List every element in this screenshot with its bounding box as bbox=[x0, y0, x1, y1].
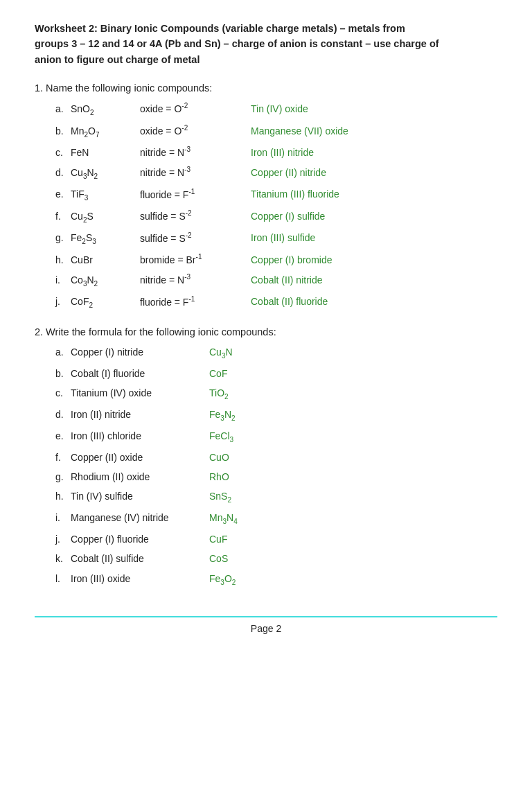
item-label: d. bbox=[55, 165, 71, 180]
table-row: d.Cu3N2nitride = N-3Copper (II) nitride bbox=[55, 164, 497, 182]
item-compound: Cobalt (I) fluoride bbox=[71, 366, 209, 381]
table-row: e.Iron (III) chlorideFeCl3 bbox=[55, 428, 497, 446]
item-label: h. bbox=[55, 489, 71, 504]
item-ion: nitride = N-3 bbox=[140, 164, 251, 180]
item-formula: TiF3 bbox=[71, 186, 140, 204]
item-name: Copper (I) sulfide bbox=[251, 209, 325, 224]
section2-list: a.Copper (I) nitrideCu3Nb.Cobalt (I) flu… bbox=[35, 344, 497, 588]
item-answer: CuO bbox=[209, 450, 229, 465]
item-compound: Cobalt (II) sulfide bbox=[71, 551, 209, 566]
table-row: j.Copper (I) fluorideCuF bbox=[55, 532, 497, 547]
item-label: j. bbox=[55, 294, 71, 309]
item-ion: sulfide = S-2 bbox=[140, 230, 251, 246]
item-label: i. bbox=[55, 272, 71, 288]
item-ion: oxide = O-2 bbox=[140, 100, 251, 116]
page-label: Page 2 bbox=[251, 623, 281, 634]
item-formula: CuBr bbox=[71, 252, 140, 267]
item-compound: Iron (III) chloride bbox=[71, 428, 209, 444]
table-row: g.Rhodium (II) oxideRhO bbox=[55, 469, 497, 484]
item-label: f. bbox=[55, 209, 71, 224]
table-row: d.Iron (II) nitrideFe3N2 bbox=[55, 407, 497, 424]
item-answer: TiO2 bbox=[209, 385, 229, 403]
item-compound: Iron (II) nitride bbox=[71, 407, 209, 422]
table-row: c.Titanium (IV) oxideTiO2 bbox=[55, 385, 497, 403]
item-formula: Co3N2 bbox=[71, 272, 140, 290]
item-label: e. bbox=[55, 428, 71, 444]
item-answer: SnS2 bbox=[209, 489, 231, 506]
item-answer: CoF bbox=[209, 366, 227, 381]
item-label: a. bbox=[55, 344, 71, 360]
item-name: Cobalt (II) fluoride bbox=[251, 294, 328, 309]
item-label: b. bbox=[55, 366, 71, 381]
item-name: Manganese (VII) oxide bbox=[251, 123, 348, 139]
item-compound: Copper (I) nitride bbox=[71, 344, 209, 360]
item-answer: Cu3N bbox=[209, 344, 233, 362]
item-label: d. bbox=[55, 407, 71, 422]
item-label: i. bbox=[55, 510, 71, 525]
item-ion: bromide = Br-1 bbox=[140, 252, 251, 267]
item-compound: Iron (III) oxide bbox=[71, 571, 209, 586]
item-label: l. bbox=[55, 571, 71, 586]
item-formula: Cu2S bbox=[71, 209, 140, 226]
item-label: g. bbox=[55, 230, 71, 245]
item-ion: sulfide = S-2 bbox=[140, 208, 251, 224]
table-row: f.Cu2Ssulfide = S-2Copper (I) sulfide bbox=[55, 208, 497, 225]
item-ion: oxide = O-2 bbox=[140, 123, 251, 139]
item-label: e. bbox=[55, 186, 71, 202]
page-footer: Page 2 bbox=[35, 616, 497, 634]
item-answer: Fe3O2 bbox=[209, 571, 236, 588]
section1-title: 1. Name the following ionic compounds: bbox=[35, 82, 497, 94]
item-formula: Cu3N2 bbox=[71, 165, 140, 182]
table-row: c.FeNnitride = N-3Iron (III) nitride bbox=[55, 144, 497, 160]
table-row: i.Manganese (IV) nitrideMn3N4 bbox=[55, 510, 497, 527]
item-formula: Mn2O7 bbox=[71, 123, 140, 141]
header-line1: Worksheet 2: Binary Ionic Compounds (var… bbox=[35, 23, 405, 34]
item-formula: CoF2 bbox=[71, 294, 140, 311]
item-formula: Fe2S3 bbox=[71, 230, 140, 247]
item-name: Iron (III) sulfide bbox=[251, 230, 315, 245]
header: Worksheet 2: Binary Ionic Compounds (var… bbox=[35, 21, 497, 67]
item-label: h. bbox=[55, 252, 71, 267]
item-name: Copper (II) nitride bbox=[251, 165, 326, 180]
table-row: b.Mn2O7oxide = O-2Manganese (VII) oxide bbox=[55, 123, 497, 140]
item-name: Tin (IV) oxide bbox=[251, 101, 308, 116]
item-label: c. bbox=[55, 385, 71, 401]
item-formula: FeN bbox=[71, 145, 140, 160]
item-compound: Rhodium (II) oxide bbox=[71, 469, 209, 484]
header-line2: groups 3 – 12 and 14 or 4A (Pb and Sn) –… bbox=[35, 38, 439, 49]
table-row: h.Tin (IV) sulfideSnS2 bbox=[55, 489, 497, 506]
section1-list: a.SnO2oxide = O-2Tin (IV) oxideb.Mn2O7ox… bbox=[35, 100, 497, 311]
table-row: a.SnO2oxide = O-2Tin (IV) oxide bbox=[55, 100, 497, 118]
item-compound: Tin (IV) sulfide bbox=[71, 489, 209, 504]
item-label: b. bbox=[55, 123, 71, 139]
section2: 2. Write the formula for the following i… bbox=[35, 326, 497, 588]
table-row: a.Copper (I) nitrideCu3N bbox=[55, 344, 497, 362]
item-answer: Fe3N2 bbox=[209, 407, 236, 424]
table-row: e.TiF3fluoride = F-1Titanium (III) fluor… bbox=[55, 186, 497, 204]
item-label: g. bbox=[55, 469, 71, 484]
table-row: i.Co3N2nitride = N-3Cobalt (II) nitride bbox=[55, 272, 497, 289]
item-label: k. bbox=[55, 551, 71, 566]
item-ion: nitride = N-3 bbox=[140, 272, 251, 288]
table-row: j.CoF2fluoride = F-1Cobalt (II) fluoride bbox=[55, 294, 497, 311]
item-name: Copper (I) bromide bbox=[251, 252, 332, 267]
table-row: h.CuBrbromide = Br-1Copper (I) bromide bbox=[55, 252, 497, 267]
item-label: f. bbox=[55, 450, 71, 465]
item-compound: Copper (II) oxide bbox=[71, 450, 209, 465]
table-row: g.Fe2S3sulfide = S-2Iron (III) sulfide bbox=[55, 230, 497, 247]
table-row: k.Cobalt (II) sulfideCoS bbox=[55, 551, 497, 566]
item-ion: fluoride = F-1 bbox=[140, 186, 251, 202]
header-line3: anion to figure out charge of metal bbox=[35, 54, 200, 65]
table-row: l.Iron (III) oxideFe3O2 bbox=[55, 571, 497, 588]
section1: 1. Name the following ionic compounds: a… bbox=[35, 82, 497, 311]
item-ion: fluoride = F-1 bbox=[140, 294, 251, 310]
item-formula: SnO2 bbox=[71, 101, 140, 118]
table-row: b.Cobalt (I) fluorideCoF bbox=[55, 366, 497, 381]
item-label: j. bbox=[55, 532, 71, 547]
item-ion: nitride = N-3 bbox=[140, 144, 251, 160]
section2-title: 2. Write the formula for the following i… bbox=[35, 326, 497, 337]
item-label: c. bbox=[55, 145, 71, 160]
item-name: Titanium (III) fluoride bbox=[251, 186, 339, 202]
item-label: a. bbox=[55, 101, 71, 116]
item-answer: FeCl3 bbox=[209, 428, 233, 446]
